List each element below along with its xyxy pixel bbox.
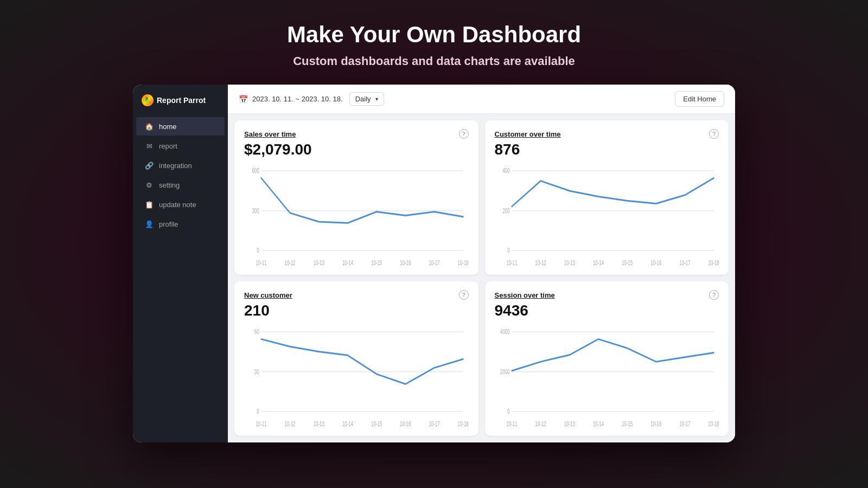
calendar-icon: 📅 [239, 95, 248, 104]
svg-text:10-16: 10-16 [650, 259, 661, 266]
top-bar: 📅 2023. 10. 11. ~ 2023. 10. 18. Daily ▾ … [228, 85, 735, 114]
sidebar-label-home: home [159, 123, 177, 131]
svg-text:0: 0 [507, 408, 510, 415]
svg-text:0: 0 [257, 247, 259, 254]
svg-text:600: 600 [252, 168, 259, 175]
sidebar-logo: 🦜 Report Parrot [133, 94, 228, 117]
chart-area-new-customer: 0306010-1110-1210-1310-1410-1510-1610-17… [244, 324, 469, 429]
info-icon-customer[interactable]: ? [709, 129, 719, 139]
svg-text:10-18: 10-18 [458, 420, 469, 427]
svg-text:10-16: 10-16 [650, 420, 661, 427]
svg-text:30: 30 [254, 368, 259, 375]
period-selector[interactable]: Daily ▾ [349, 92, 384, 106]
card-title-customer[interactable]: Customer over time [495, 130, 561, 138]
svg-text:10-11: 10-11 [506, 420, 517, 427]
svg-text:10-14: 10-14 [592, 420, 603, 427]
svg-text:200: 200 [502, 207, 509, 214]
chart-card-customer: Customer over time ? 876 020040010-1110-… [485, 120, 729, 275]
setting-icon: ⚙ [145, 181, 154, 189]
svg-text:10-11: 10-11 [256, 420, 266, 427]
chart-area-sales: 030060010-1110-1210-1310-1410-1510-1610-… [244, 163, 469, 268]
svg-text:10-14: 10-14 [592, 259, 603, 266]
card-header-new-customer: New customer ? [244, 290, 469, 300]
chart-area-customer: 020040010-1110-1210-1310-1410-1510-1610-… [495, 163, 719, 268]
svg-text:60: 60 [254, 329, 259, 336]
card-header-customer: Customer over time ? [495, 129, 719, 139]
svg-text:300: 300 [252, 207, 259, 214]
dashboard-grid: Sales over time ? $2,079.00 030060010-11… [228, 114, 735, 442]
svg-text:10-16: 10-16 [400, 420, 411, 427]
svg-text:10-12: 10-12 [535, 420, 546, 427]
hero-subtitle: Custom dashboards and data charts are av… [287, 54, 581, 68]
sidebar-item-integration[interactable]: 🔗 integration [136, 156, 225, 175]
svg-text:10-16: 10-16 [400, 259, 411, 266]
info-icon-sales[interactable]: ? [459, 129, 469, 139]
date-display: 📅 2023. 10. 11. ~ 2023. 10. 18. [239, 95, 343, 104]
card-value-new-customer: 210 [244, 302, 469, 319]
info-icon-session[interactable]: ? [709, 290, 719, 300]
parrot-icon: 🦜 [142, 94, 154, 106]
svg-text:10-18: 10-18 [458, 259, 469, 266]
hero-title: Make Your Own Dashboard [287, 22, 581, 48]
home-icon: 🏠 [145, 122, 154, 131]
svg-text:10-14: 10-14 [342, 259, 353, 266]
main-content: 📅 2023. 10. 11. ~ 2023. 10. 18. Daily ▾ … [228, 85, 735, 442]
svg-text:10-15: 10-15 [622, 259, 633, 266]
app-window: 🦜 Report Parrot 🏠 home✉ report🔗 integrat… [133, 85, 735, 442]
sidebar-item-report[interactable]: ✉ report [136, 137, 225, 155]
card-value-customer: 876 [495, 141, 719, 158]
svg-text:0: 0 [257, 408, 259, 415]
card-header-session: Session over time ? [495, 290, 719, 300]
svg-text:10-15: 10-15 [371, 420, 382, 427]
svg-text:10-13: 10-13 [564, 259, 575, 266]
info-icon-new-customer[interactable]: ? [459, 290, 469, 300]
period-label: Daily [355, 95, 371, 103]
svg-text:10-17: 10-17 [429, 420, 439, 427]
svg-text:10-17: 10-17 [679, 420, 690, 427]
date-range-section: 📅 2023. 10. 11. ~ 2023. 10. 18. Daily ▾ [239, 92, 384, 106]
sidebar: 🦜 Report Parrot 🏠 home✉ report🔗 integrat… [133, 85, 228, 442]
svg-text:10-12: 10-12 [285, 259, 296, 266]
update-note-icon: 📋 [145, 200, 154, 209]
svg-text:10-13: 10-13 [314, 420, 324, 427]
chart-area-session: 02000400010-1110-1210-1310-1410-1510-161… [495, 324, 719, 429]
card-title-sales[interactable]: Sales over time [244, 130, 296, 138]
svg-text:10-15: 10-15 [622, 420, 633, 427]
svg-text:4000: 4000 [500, 329, 510, 336]
sidebar-item-update-note[interactable]: 📋 update note [136, 195, 225, 214]
brand-name: Report Parrot [157, 96, 206, 105]
chart-card-session: Session over time ? 9436 02000400010-111… [485, 281, 729, 436]
svg-text:10-13: 10-13 [564, 420, 575, 427]
svg-text:10-15: 10-15 [371, 259, 382, 266]
hero-section: Make Your Own Dashboard Custom dashboard… [287, 0, 581, 85]
svg-text:10-11: 10-11 [506, 259, 517, 266]
profile-icon: 👤 [145, 220, 154, 228]
chevron-down-icon: ▾ [375, 96, 378, 102]
svg-text:10-13: 10-13 [314, 259, 324, 266]
report-icon: ✉ [145, 142, 154, 150]
sidebar-label-update-note: update note [159, 201, 196, 209]
sidebar-item-profile[interactable]: 👤 profile [136, 215, 225, 233]
card-title-session[interactable]: Session over time [495, 291, 555, 299]
svg-text:10-14: 10-14 [342, 420, 353, 427]
sidebar-label-profile: profile [159, 220, 178, 228]
sidebar-label-integration: integration [159, 162, 192, 170]
svg-text:10-17: 10-17 [429, 259, 439, 266]
card-header-sales: Sales over time ? [244, 129, 469, 139]
sidebar-item-home[interactable]: 🏠 home [136, 117, 225, 136]
chart-card-new-customer: New customer ? 210 0306010-1110-1210-131… [234, 281, 478, 436]
card-value-session: 9436 [495, 302, 719, 319]
svg-text:10-18: 10-18 [708, 259, 719, 266]
svg-text:10-11: 10-11 [256, 259, 266, 266]
card-title-new-customer[interactable]: New customer [244, 291, 292, 299]
svg-text:0: 0 [507, 247, 510, 254]
chart-card-sales: Sales over time ? $2,079.00 030060010-11… [234, 120, 478, 275]
sidebar-label-report: report [159, 142, 177, 150]
integration-icon: 🔗 [145, 161, 154, 170]
svg-text:10-12: 10-12 [535, 259, 546, 266]
edit-home-button[interactable]: Edit Home [675, 91, 724, 107]
sidebar-navigation: 🏠 home✉ report🔗 integration⚙ setting📋 up… [133, 117, 228, 233]
date-range-text: 2023. 10. 11. ~ 2023. 10. 18. [252, 95, 343, 103]
sidebar-item-setting[interactable]: ⚙ setting [136, 176, 225, 194]
svg-text:10-17: 10-17 [679, 259, 690, 266]
